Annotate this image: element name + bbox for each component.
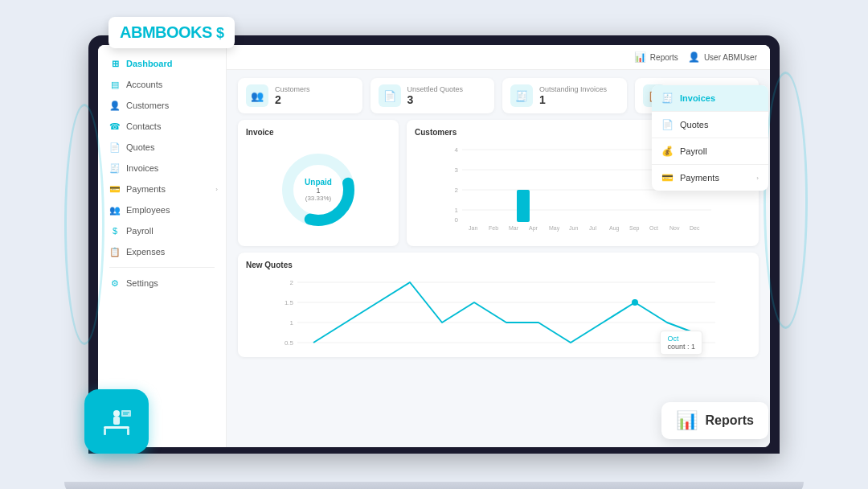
- quotes-chart-card: New Quotes 2 1.5: [238, 253, 759, 357]
- invoice-chart-title: Invoice: [246, 128, 391, 137]
- sidebar-item-contacts[interactable]: ☎ Contacts: [98, 116, 226, 137]
- app-layout: ⊞ Dashboard ▤ Accounts 👤 Customers ☎ Con…: [98, 45, 770, 447]
- svg-rect-0: [104, 426, 129, 429]
- customers-icon: 👤: [109, 100, 121, 111]
- report-payroll-icon: 💰: [661, 146, 674, 157]
- quotes-row: New Quotes 2 1.5: [227, 253, 770, 364]
- sidebar-item-invoices[interactable]: 🧾 Invoices: [98, 158, 226, 179]
- svg-text:Jan: Jan: [469, 225, 477, 231]
- user-icon: 👤: [688, 51, 700, 63]
- stat-quotes-value: 3: [407, 93, 464, 106]
- reports-button[interactable]: 📊 Reports: [634, 51, 678, 63]
- laptop-wrapper: ABMBOOKS $ ⊞: [40, 7, 828, 482]
- stat-customers-value: 2: [275, 93, 310, 106]
- stat-customers-label: Customers: [275, 85, 310, 93]
- svg-text:0: 0: [455, 216, 459, 224]
- svg-text:2: 2: [455, 187, 459, 194]
- sidebar-item-dashboard[interactable]: ⊞ Dashboard: [98, 53, 226, 74]
- stat-quotes-icon: 📄: [379, 84, 401, 107]
- svg-text:3: 3: [455, 166, 459, 174]
- sidebar-item-payroll[interactable]: $ Payroll: [98, 220, 226, 241]
- expenses-icon: 📋: [109, 246, 121, 257]
- reports-nav-icon: 📊: [634, 51, 646, 63]
- report-panel: 🧾 Invoices 📄 Quotes 💰 Payroll 💳: [652, 85, 768, 191]
- sidebar-item-customers[interactable]: 👤 Customers: [98, 95, 226, 116]
- svg-text:1: 1: [290, 319, 294, 327]
- stat-card-customers: 👥 Customers 2: [238, 78, 362, 113]
- laptop-screen: ⊞ Dashboard ▤ Accounts 👤 Customers ☎ Con…: [88, 35, 780, 454]
- quotes-tooltip: Oct count : 1: [660, 331, 702, 355]
- svg-text:May: May: [549, 225, 560, 232]
- reports-badge-label: Reports: [706, 413, 754, 428]
- payments-icon: 💳: [109, 183, 121, 195]
- svg-rect-19: [517, 190, 530, 222]
- reports-badge[interactable]: 📊 Reports: [661, 402, 768, 439]
- sidebar-item-employees[interactable]: 👥 Employees: [98, 199, 226, 220]
- stat-invoices-label: Outstanding Invoices: [539, 85, 607, 93]
- dashboard-icon: ⊞: [109, 58, 121, 69]
- accounts-icon: ▤: [109, 79, 121, 90]
- floating-classroom-icon: [84, 389, 149, 454]
- donut-label: Unpaid 1 (33.33%): [305, 178, 332, 202]
- svg-text:Aug: Aug: [609, 225, 620, 232]
- report-panel-payroll[interactable]: 💰 Payroll: [652, 138, 768, 165]
- payroll-icon: $: [109, 225, 121, 236]
- contacts-icon: ☎: [109, 121, 121, 132]
- sidebar-item-quotes[interactable]: 📄 Quotes: [98, 137, 226, 158]
- stat-card-invoices: 🧾 Outstanding Invoices 1: [502, 78, 627, 113]
- svg-text:Mar: Mar: [509, 225, 519, 231]
- logo-card: ABMBOOKS $: [108, 17, 235, 48]
- report-panel-quotes[interactable]: 📄 Quotes: [652, 112, 768, 138]
- sidebar-item-expenses[interactable]: 📋 Expenses: [98, 241, 226, 262]
- sidebar-item-accounts[interactable]: ▤ Accounts: [98, 74, 226, 95]
- svg-rect-1: [104, 429, 106, 435]
- svg-text:Apr: Apr: [529, 225, 538, 232]
- stat-invoices-value: 1: [539, 93, 607, 106]
- svg-rect-2: [127, 429, 129, 435]
- sidebar: ⊞ Dashboard ▤ Accounts 👤 Customers ☎ Con…: [98, 45, 227, 447]
- svg-text:Nov: Nov: [669, 225, 680, 231]
- svg-text:Dec: Dec: [690, 225, 700, 231]
- logo: ABMBOOKS $: [120, 23, 223, 42]
- invoices-icon: 🧾: [109, 162, 121, 174]
- svg-point-3: [113, 410, 120, 417]
- main-content: 📊 Reports 👤 User ABMUser 👥: [227, 45, 770, 447]
- settings-icon: ⚙: [109, 277, 121, 289]
- svg-text:Jun: Jun: [569, 225, 578, 231]
- svg-text:Sep: Sep: [629, 225, 640, 232]
- sidebar-item-payments[interactable]: 💳 Payments ›: [98, 179, 226, 199]
- stat-customers-icon: 👥: [246, 84, 268, 107]
- donut-container: Unpaid 1 (33.33%): [246, 142, 391, 238]
- svg-text:4: 4: [455, 146, 459, 154]
- report-panel-invoices[interactable]: 🧾 Invoices: [652, 85, 768, 112]
- svg-text:2: 2: [290, 279, 294, 286]
- employees-icon: 👥: [109, 204, 121, 216]
- topbar: 📊 Reports 👤 User ABMUser: [227, 45, 770, 70]
- report-quotes-icon: 📄: [661, 119, 674, 130]
- svg-point-40: [632, 299, 638, 306]
- svg-text:0.5: 0.5: [285, 339, 294, 347]
- report-payments-chevron: ›: [756, 175, 759, 182]
- user-button[interactable]: 👤 User ABMUser: [688, 51, 757, 63]
- invoice-chart-card: Invoice Unpaid 1 (33.33%): [238, 120, 399, 246]
- report-payments-icon: 💳: [661, 172, 674, 183]
- svg-text:1: 1: [455, 207, 459, 214]
- svg-text:Jul: Jul: [589, 225, 596, 231]
- sidebar-item-settings[interactable]: ⚙ Settings: [98, 273, 226, 294]
- svg-rect-5: [121, 410, 131, 417]
- stat-quotes-label: Unsettled Quotes: [407, 85, 464, 93]
- report-invoices-icon: 🧾: [661, 92, 674, 104]
- laptop-base: [64, 482, 804, 489]
- stat-invoices-icon: 🧾: [510, 84, 533, 107]
- svg-text:1.5: 1.5: [285, 299, 294, 306]
- report-panel-payments[interactable]: 💳 Payments ›: [652, 165, 768, 191]
- svg-rect-4: [113, 417, 120, 425]
- screen-content: ⊞ Dashboard ▤ Accounts 👤 Customers ☎ Con…: [98, 45, 770, 447]
- quotes-icon: 📄: [109, 142, 121, 153]
- quotes-chart-title: New Quotes: [246, 261, 751, 269]
- stat-card-quotes: 📄 Unsettled Quotes 3: [371, 78, 495, 113]
- reports-badge-icon: 📊: [676, 410, 698, 431]
- sidebar-divider: [109, 267, 215, 268]
- svg-text:Oct: Oct: [649, 225, 658, 231]
- svg-text:Feb: Feb: [489, 225, 498, 231]
